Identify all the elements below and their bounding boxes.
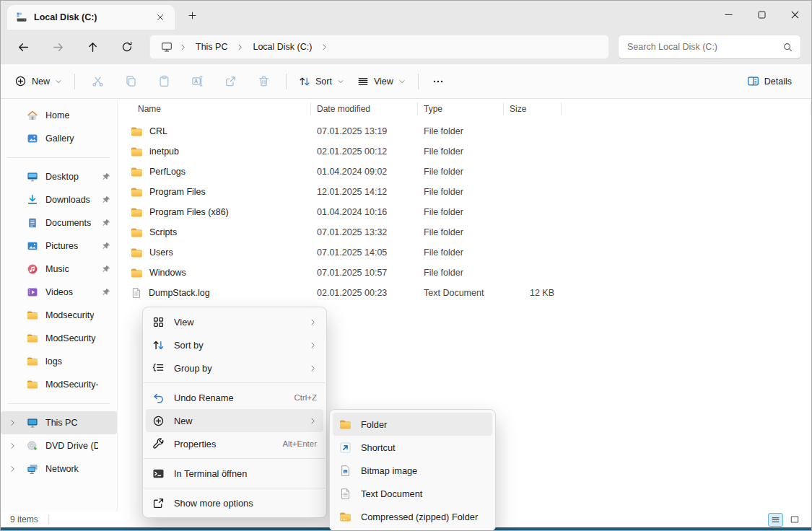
tab-local-disk[interactable]: Local Disk (C:)	[7, 5, 175, 30]
file-row-dumpstack-log[interactable]: DumpStack.log 02.01.2025 00:23 Text Docu…	[118, 283, 811, 303]
chevron-right-icon[interactable]	[178, 43, 188, 51]
forward-icon	[52, 41, 64, 53]
new-button[interactable]: New	[8, 69, 69, 94]
maximize-button[interactable]	[745, 1, 778, 28]
context-menu-show-more-options[interactable]: Show more options	[146, 491, 323, 514]
close-icon	[790, 9, 800, 20]
downloads-icon	[27, 194, 38, 206]
file-row-inetpub[interactable]: inetpub 02.01.2025 00:12 File folder	[118, 141, 811, 162]
context-menu-new[interactable]: New	[146, 409, 323, 432]
back-button[interactable]	[11, 35, 35, 59]
zip-folder-icon	[339, 511, 352, 523]
pin-icon	[102, 172, 110, 181]
more-options-button[interactable]	[427, 69, 450, 94]
context-menu-open-in-terminal[interactable]: In Terminal öffnen	[146, 462, 323, 485]
context-menu-properties[interactable]: Properties Alt+Enter	[146, 432, 323, 455]
minimize-button[interactable]	[712, 1, 745, 28]
status-separator	[48, 514, 49, 525]
chevron-right-icon[interactable]	[9, 419, 17, 427]
sidebar-item-home[interactable]: Home	[1, 104, 117, 127]
file-row-windows[interactable]: Windows 07.01.2025 10:57 File folder	[118, 263, 811, 283]
large-icons-view-toggle[interactable]	[787, 513, 802, 527]
details-view-toggle[interactable]	[768, 513, 783, 527]
pin-icon	[102, 265, 110, 273]
sidebar-item-desktop[interactable]: Desktop	[1, 165, 117, 188]
sidebar-item-gallery[interactable]: Gallery	[1, 127, 117, 150]
share-button[interactable]	[216, 69, 245, 94]
up-button[interactable]	[80, 35, 105, 59]
refresh-button[interactable]	[115, 35, 139, 59]
chevron-right-icon[interactable]	[319, 43, 330, 51]
sidebar-item-logs[interactable]: logs	[1, 350, 117, 373]
sidebar-separator	[8, 403, 110, 404]
details-pane-button[interactable]: Details	[741, 69, 798, 94]
view-button[interactable]: View	[351, 69, 412, 94]
context-menu-undo-rename[interactable]: Undo Rename Ctrl+Z	[146, 386, 323, 409]
submenu-item-shortcut[interactable]: Shortcut	[333, 436, 492, 459]
sidebar-item-dvd-drive[interactable]: DVD Drive (D:) SSS_	[1, 434, 117, 457]
chevron-right-icon[interactable]	[235, 43, 245, 51]
sidebar-item-modsecurity-iis[interactable]: ModSecurity IIS	[1, 327, 117, 350]
sidebar: Home Gallery Desktop Downloads Documents	[1, 100, 118, 512]
videos-icon	[27, 286, 38, 298]
view-label: View	[374, 76, 393, 87]
search-box[interactable]	[618, 35, 801, 59]
desktop-icon	[27, 171, 38, 183]
breadcrumb-local-disk[interactable]: Local Disk (C:)	[247, 39, 318, 55]
file-row-users[interactable]: Users 07.01.2025 14:05 File folder	[118, 242, 811, 263]
sidebar-item-downloads[interactable]: Downloads	[1, 188, 117, 211]
tab-close-button[interactable]	[152, 9, 169, 26]
pin-icon	[102, 219, 110, 227]
context-menu-sort-by[interactable]: Sort by	[146, 333, 323, 356]
close-button[interactable]	[778, 1, 811, 28]
breadcrumb-root[interactable]	[157, 38, 176, 56]
submenu-item-text-document[interactable]: Text Document	[333, 482, 492, 505]
file-row-program-files[interactable]: Program Files 12.01.2025 14:12 File fold…	[118, 182, 811, 202]
rename-button[interactable]	[183, 69, 211, 94]
breadcrumb-this-pc[interactable]: This PC	[190, 39, 233, 55]
file-row-program-files-x86[interactable]: Program Files (x86) 01.04.2024 10:16 Fil…	[118, 202, 811, 222]
submenu-item-folder[interactable]: Folder	[333, 413, 492, 436]
sort-label: Sort	[315, 76, 332, 87]
new-tab-button[interactable]	[182, 5, 202, 25]
context-menu-group-by[interactable]: Group by	[146, 356, 323, 379]
copy-icon	[125, 75, 137, 87]
cut-button[interactable]	[83, 69, 112, 94]
chevron-right-icon[interactable]	[9, 442, 17, 450]
sidebar-item-documents[interactable]: Documents	[1, 211, 117, 234]
folder-icon	[131, 267, 143, 279]
sidebar-item-network[interactable]: Network	[1, 457, 117, 480]
column-header-size[interactable]: Size	[504, 102, 562, 115]
home-icon	[27, 110, 38, 121]
column-header-date-modified[interactable]: Date modified	[311, 102, 418, 115]
folder-icon	[131, 146, 143, 158]
chevron-right-icon	[309, 318, 317, 326]
sidebar-item-modsecurity-logs[interactable]: ModSecurity-Logs	[1, 373, 117, 396]
sidebar-item-pictures[interactable]: Pictures	[1, 234, 117, 258]
column-headers: Name Date modified Type Size	[118, 100, 811, 118]
pictures-icon	[27, 240, 38, 252]
copy-button[interactable]	[116, 69, 145, 94]
context-menu-view[interactable]: View	[146, 310, 323, 333]
column-header-type[interactable]: Type	[418, 102, 504, 115]
submenu-item-bitmap-image[interactable]: Bitmap image	[333, 459, 492, 482]
large-icons-view-icon	[790, 514, 800, 525]
file-row-perflogs[interactable]: PerfLogs 01.04.2024 09:02 File folder	[118, 162, 811, 182]
column-header-name[interactable]: Name	[118, 102, 311, 115]
sidebar-item-this-pc[interactable]: This PC	[1, 411, 117, 434]
sidebar-item-modsecurity[interactable]: Modsecurity	[1, 304, 117, 327]
delete-icon	[258, 75, 270, 87]
delete-button[interactable]	[249, 69, 278, 94]
file-row-scripts[interactable]: Scripts 07.01.2025 13:32 File folder	[118, 222, 811, 242]
sidebar-item-videos[interactable]: Videos	[1, 281, 117, 304]
file-row-crl[interactable]: CRL 07.01.2025 13:19 File folder	[118, 121, 811, 141]
folder-icon	[27, 310, 38, 321]
submenu-item-compressed-folder[interactable]: Compressed (zipped) Folder	[333, 505, 492, 528]
forward-button[interactable]	[45, 35, 70, 59]
chevron-right-icon[interactable]	[9, 465, 17, 473]
sort-button[interactable]: Sort	[292, 69, 351, 94]
sidebar-item-music[interactable]: Music	[1, 258, 117, 281]
paste-button[interactable]	[149, 69, 178, 94]
file-rows: CRL 07.01.2025 13:19 File folder inetpub…	[118, 118, 811, 303]
search-input[interactable]	[626, 41, 777, 53]
